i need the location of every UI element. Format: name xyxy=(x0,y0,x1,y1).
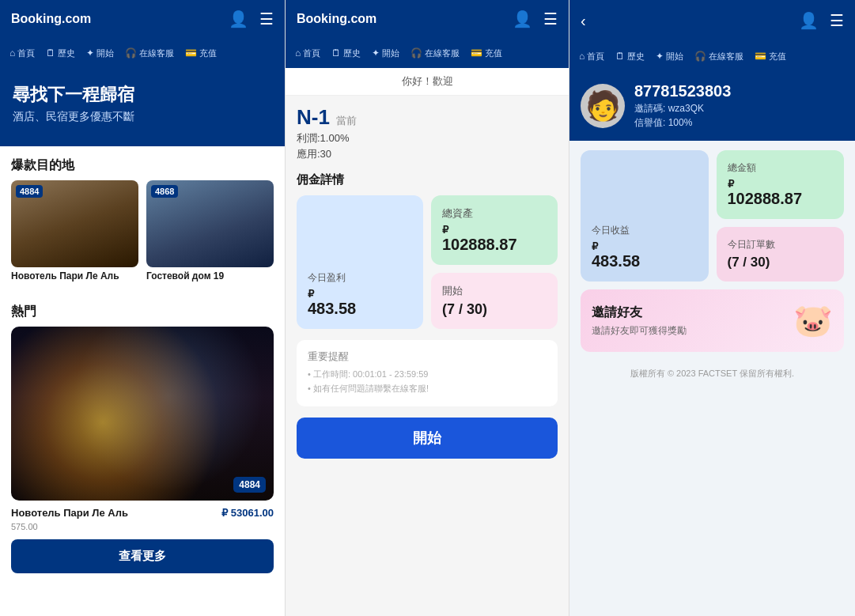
hero-title: 尋找下一程歸宿 xyxy=(13,84,272,107)
view-more-button[interactable]: 查看更多 xyxy=(11,539,274,573)
history-icon-1: 🗒 xyxy=(46,47,55,59)
dome-price: ₽ 53061.00 xyxy=(221,507,274,519)
start-icon-3: ✦ xyxy=(656,51,664,62)
hotel-card-1[interactable]: 4884 xyxy=(11,180,138,267)
avatar: 🧑 xyxy=(581,84,625,128)
nav-history-3[interactable]: 🗒 歷史 xyxy=(611,47,649,66)
nav-topup-3[interactable]: 💳 充值 xyxy=(750,47,791,66)
home-icon-3: ⌂ xyxy=(579,51,585,62)
start-label: 開始 xyxy=(442,284,547,298)
orders-card: 今日訂單數 (7 / 30) xyxy=(717,227,845,282)
nav-topup-1[interactable]: 💳 充值 xyxy=(180,44,221,62)
user-info: 87781523803 邀請碼: wza3QK 信譽值: 100% xyxy=(634,82,731,130)
header-2: Booking.com 👤 ☰ xyxy=(286,0,569,38)
orders-label: 今日訂單數 xyxy=(728,238,834,251)
header-1: Booking.com 👤 ☰ xyxy=(0,0,285,38)
user-icon-3[interactable]: 👤 xyxy=(799,11,819,30)
section-popular: 爆款目的地 xyxy=(0,146,285,180)
invite-code: 邀請碼: wza3QK xyxy=(634,102,731,115)
hotel-card-wrap-1: 4884 Новотель Пари Ле Аль xyxy=(11,180,138,282)
pig-icon: 🐷 xyxy=(793,302,833,339)
hero-section: 尋找下一程歸宿 酒店、民宿更多優惠不斷 xyxy=(0,68,285,146)
support-icon-2: 🎧 xyxy=(410,47,422,59)
total-currency: ₽ xyxy=(728,178,834,190)
topup-icon-2: 💳 xyxy=(471,47,482,59)
hotel-badge-2: 4868 xyxy=(151,185,178,198)
nav-history-1[interactable]: 🗒 歷史 xyxy=(41,44,80,62)
footer-text: 版權所有 © 2023 FACTSET 保留所有權利. xyxy=(581,360,844,387)
p3-header-top: ‹ 👤 ☰ xyxy=(581,11,844,30)
today-income-currency: ₽ xyxy=(592,240,698,252)
nav-home-2[interactable]: ⌂ 首頁 xyxy=(290,44,325,62)
p3-header: ‹ 👤 ☰ ⌂ 首頁 🗒 歷史 ✦ 開始 🎧 在線客服 xyxy=(569,0,855,141)
today-profit-label: 今日盈利 xyxy=(308,271,412,285)
hero-subtitle: 酒店、民宿更多優惠不斷 xyxy=(13,110,272,124)
panel-commission: Booking.com 👤 ☰ ⌂ 首頁 🗒 歷史 ✦ 開始 🎧 在線客服 💳 … xyxy=(285,0,569,616)
invite-text: 邀請好友 邀請好友即可獲得獎勵 xyxy=(592,304,687,338)
panel-profile: ‹ 👤 ☰ ⌂ 首頁 🗒 歷史 ✦ 開始 🎧 在線客服 xyxy=(569,0,855,616)
header-icons-2: 👤 ☰ xyxy=(513,9,558,28)
user-icon-2[interactable]: 👤 xyxy=(513,9,532,28)
cards-grid: 今日盈利 ₽ 483.58 總資產 ₽ 102888.87 開始 (7 / 30… xyxy=(297,195,558,329)
commission-title: 佣金詳情 xyxy=(297,172,558,187)
start-card: 開始 (7 / 30) xyxy=(431,273,558,329)
hotel-card-wrap-2: 4868 Гостевой дом 19 xyxy=(146,180,274,282)
orders-value: (7 / 30) xyxy=(728,255,834,270)
menu-icon-3[interactable]: ☰ xyxy=(830,11,844,30)
dome-badge: 4884 xyxy=(233,477,266,493)
menu-icon-2[interactable]: ☰ xyxy=(543,9,558,28)
nav-support-3[interactable]: 🎧 在線客服 xyxy=(690,47,748,66)
invite-friends-card[interactable]: 邀請好友 邀請好友即可獲得獎勵 🐷 xyxy=(581,289,844,352)
start-button[interactable]: 開始 xyxy=(297,418,558,459)
nav-start-2[interactable]: ✦ 開始 xyxy=(367,44,404,62)
invite-subtitle: 邀請好友即可獲得獎勵 xyxy=(592,324,687,338)
total-card: 總金額 ₽ 102888.87 xyxy=(717,150,845,219)
navbar-1: ⌂ 首頁 🗒 歷史 ✦ 開始 🎧 在線客服 💳 充值 xyxy=(0,38,285,68)
profile-row: 🧑 87781523803 邀請碼: wza3QK 信譽值: 100% xyxy=(581,82,844,130)
notice-item-2: • 如有任何問題請聯繫在線客服! xyxy=(308,383,547,395)
nav-topup-2[interactable]: 💳 充值 xyxy=(466,44,507,62)
dome-card[interactable]: 4884 xyxy=(11,327,274,501)
panel-home: Booking.com 👤 ☰ ⌂ 首頁 🗒 歷史 ✦ 開始 🎧 在線客服 💳 … xyxy=(0,0,285,616)
start-value: (7 / 30) xyxy=(442,301,547,318)
hotel-card-2[interactable]: 4868 xyxy=(146,180,274,267)
topup-icon-3: 💳 xyxy=(755,51,766,62)
notice-item-1: • 工作時間: 00:01:01 - 23:59:59 xyxy=(308,368,547,380)
total-amount: 102888.87 xyxy=(728,190,834,208)
today-income-card: 今日收益 ₽ 483.58 xyxy=(581,150,709,282)
navbar-3: ⌂ 首頁 🗒 歷史 ✦ 開始 🎧 在線客服 💳 充值 xyxy=(569,41,855,71)
today-profit-card: 今日盈利 ₽ 483.58 xyxy=(297,195,423,329)
support-icon-3: 🎧 xyxy=(694,51,706,62)
stats-grid: 今日收益 ₽ 483.58 總金額 ₽ 102888.87 今日訂單數 (7 /… xyxy=(581,150,844,282)
home-icon-1: ⌂ xyxy=(9,47,15,59)
credit-score: 信譽值: 100% xyxy=(634,116,731,130)
hotel-name-1: Новотель Пари Ле Аль xyxy=(11,267,138,282)
back-icon[interactable]: ‹ xyxy=(581,12,586,30)
hotel-row: 4884 Новотель Пари Ле Аль 4868 Гостевой … xyxy=(0,180,285,293)
total-label: 總金額 xyxy=(728,161,834,175)
topup-icon-1: 💳 xyxy=(185,47,197,59)
nav-history-2[interactable]: 🗒 歷史 xyxy=(327,44,365,62)
support-icon-1: 🎧 xyxy=(125,47,137,59)
avatar-emoji: 🧑 xyxy=(585,89,621,123)
nav-start-3[interactable]: ✦ 開始 xyxy=(651,47,688,66)
home-icon-2: ⌂ xyxy=(295,47,301,59)
history-icon-3: 🗒 xyxy=(615,51,625,62)
menu-icon-1[interactable]: ☰ xyxy=(259,9,274,28)
total-assets-card: 總資產 ₽ 102888.87 xyxy=(431,195,558,265)
nav-support-1[interactable]: 🎧 在線客服 xyxy=(120,44,179,62)
user-icon-1[interactable]: 👤 xyxy=(229,9,248,28)
dome-info: Новотель Пари Ле Аль ₽ 53061.00 xyxy=(0,501,285,522)
today-income-amount: 483.58 xyxy=(592,252,698,270)
nav-support-2[interactable]: 🎧 在線客服 xyxy=(406,44,464,62)
profit-stat: 利潤:1.00% xyxy=(297,131,558,145)
nav-start-1[interactable]: ✦ 開始 xyxy=(81,44,119,62)
total-assets-label: 總資產 xyxy=(442,206,547,221)
dome-image xyxy=(11,327,274,501)
start-icon-1: ✦ xyxy=(86,47,94,59)
today-profit-currency: ₽ xyxy=(308,288,412,300)
nav-home-1[interactable]: ⌂ 首頁 xyxy=(5,44,40,62)
nav-home-3[interactable]: ⌂ 首頁 xyxy=(574,47,609,66)
header-icons-1: 👤 ☰ xyxy=(229,9,274,28)
history-icon-2: 🗒 xyxy=(331,47,341,59)
